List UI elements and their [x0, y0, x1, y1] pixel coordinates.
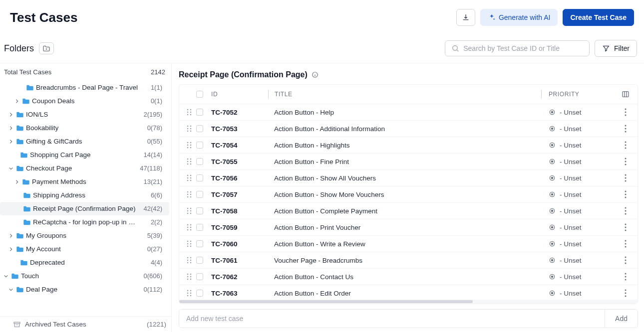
sidebar-item[interactable]: Payment Methods 13(21): [0, 175, 169, 188]
priority-cell[interactable]: - Unset: [549, 207, 617, 215]
drag-handle[interactable]: [182, 158, 196, 165]
sidebar-item[interactable]: ReCaptcha - for login pop-up in chec... …: [0, 215, 169, 229]
test-case-title[interactable]: Action Button - Highlights: [268, 142, 542, 149]
sidebar-item[interactable]: Bookability 0(78): [0, 121, 169, 135]
priority-cell[interactable]: - Unset: [549, 257, 617, 264]
column-settings-button[interactable]: [617, 90, 635, 98]
row-menu-button[interactable]: [617, 256, 635, 264]
test-case-title[interactable]: Action Button - Write a Review: [268, 240, 542, 248]
row-menu-button[interactable]: [617, 158, 635, 166]
drag-handle[interactable]: [182, 125, 196, 132]
sidebar-item[interactable]: My Account 0(27): [0, 242, 169, 256]
sidebar-item[interactable]: Shipping Address 6(6): [0, 188, 169, 202]
table-row[interactable]: TC-7057 Action Button - Show More Vouche…: [179, 186, 638, 203]
create-test-case-button[interactable]: Create Test Case: [563, 9, 634, 26]
archived-test-cases-row[interactable]: Archived Test Cases (1221): [0, 316, 171, 332]
download-button[interactable]: [456, 9, 475, 26]
sidebar-item[interactable]: Shopping Cart Page 14(14): [0, 148, 169, 162]
row-checkbox[interactable]: [196, 109, 203, 116]
sidebar-item[interactable]: Deprecated 4(4): [0, 256, 169, 269]
table-row[interactable]: TC-7063 Action Button - Edit Order - Uns…: [179, 285, 638, 300]
sidebar-item[interactable]: Gifting & GiftCards 0(55): [0, 135, 169, 148]
table-row[interactable]: TC-7062 Action Button - Contact Us - Uns…: [179, 269, 638, 285]
drag-handle[interactable]: [182, 290, 196, 297]
priority-cell[interactable]: - Unset: [549, 191, 617, 198]
search-box[interactable]: [445, 40, 590, 56]
row-checkbox[interactable]: [196, 290, 203, 297]
test-case-title[interactable]: Action Button - Fine Print: [268, 158, 542, 166]
chevron-right-icon[interactable]: [8, 112, 14, 118]
horizontal-scrollbar[interactable]: [179, 300, 638, 304]
row-menu-button[interactable]: [617, 240, 635, 248]
row-checkbox[interactable]: [196, 142, 203, 149]
table-row[interactable]: TC-7055 Action Button - Fine Print - Uns…: [179, 154, 638, 170]
row-menu-button[interactable]: [617, 141, 635, 149]
chevron-right-icon[interactable]: [14, 98, 20, 104]
sidebar-item[interactable]: Deal Page 0(112): [0, 283, 169, 296]
row-checkbox[interactable]: [196, 207, 203, 214]
sidebar-item[interactable]: ION/LS 2(195): [0, 108, 169, 121]
select-all-checkbox[interactable]: [196, 91, 203, 98]
column-title[interactable]: TITLE: [269, 91, 541, 98]
test-case-title[interactable]: Action Button - Additional Information: [268, 125, 542, 133]
sidebar-item[interactable]: Touch 0(606): [0, 269, 169, 283]
priority-cell[interactable]: - Unset: [549, 109, 617, 116]
add-test-case-input[interactable]: [179, 310, 605, 328]
table-row[interactable]: TC-7059 Action Button - Print Voucher - …: [179, 219, 638, 236]
drag-handle[interactable]: [182, 257, 196, 264]
drag-handle[interactable]: [182, 142, 196, 149]
priority-cell[interactable]: - Unset: [549, 240, 617, 248]
table-row[interactable]: TC-7058 Action Button - Complete Payment…: [179, 203, 638, 219]
row-checkbox[interactable]: [196, 273, 203, 280]
sidebar-item[interactable]: My Groupons 5(39): [0, 229, 169, 242]
row-checkbox[interactable]: [196, 125, 203, 132]
chevron-right-icon[interactable]: [8, 139, 14, 145]
sidebar-item[interactable]: Coupon Deals 0(1): [0, 94, 169, 108]
chevron-right-icon[interactable]: [8, 125, 14, 131]
sidebar-item[interactable]: Checkout Page 47(118): [0, 162, 169, 175]
row-menu-button[interactable]: [617, 174, 635, 182]
test-case-title[interactable]: Action Button - Show All Vouchers: [268, 174, 542, 182]
chevron-right-icon[interactable]: [8, 233, 14, 239]
add-button[interactable]: Add: [605, 310, 638, 328]
priority-cell[interactable]: - Unset: [549, 273, 617, 281]
drag-handle[interactable]: [182, 207, 196, 214]
row-menu-button[interactable]: [617, 108, 635, 116]
row-checkbox[interactable]: [196, 224, 203, 231]
drag-handle[interactable]: [182, 224, 196, 231]
priority-cell[interactable]: - Unset: [549, 174, 617, 182]
column-priority[interactable]: PRIORITY: [542, 91, 617, 98]
column-id[interactable]: ID: [208, 91, 268, 98]
row-menu-button[interactable]: [617, 223, 635, 231]
row-menu-button[interactable]: [617, 207, 635, 215]
row-checkbox[interactable]: [196, 240, 203, 247]
generate-ai-button[interactable]: Generate with AI: [480, 9, 558, 26]
test-case-title[interactable]: Action Button - Complete Payment: [268, 207, 542, 215]
test-case-title[interactable]: Action Button - Show More Vouchers: [268, 191, 542, 198]
table-row[interactable]: TC-7054 Action Button - Highlights - Uns…: [179, 137, 638, 154]
table-row[interactable]: TC-7061 Voucher Page - Breadcrumbs - Uns…: [179, 252, 638, 269]
sidebar-item[interactable]: Breadcrumbs - Deal Page - Travel 1(1): [0, 81, 169, 94]
row-menu-button[interactable]: [617, 273, 635, 281]
chevron-down-icon[interactable]: [8, 166, 14, 171]
folder-tree[interactable]: Breadcrumbs - Deal Page - Travel 1(1) Co…: [0, 81, 171, 316]
chevron-right-icon[interactable]: [8, 246, 14, 252]
row-checkbox[interactable]: [196, 158, 203, 165]
priority-cell[interactable]: - Unset: [549, 290, 617, 297]
drag-handle[interactable]: [182, 109, 196, 116]
search-input[interactable]: [463, 44, 583, 52]
drag-handle[interactable]: [182, 240, 196, 247]
drag-handle[interactable]: [182, 174, 196, 181]
chevron-right-icon[interactable]: [14, 179, 20, 185]
table-row[interactable]: TC-7056 Action Button - Show All Voucher…: [179, 170, 638, 186]
row-checkbox[interactable]: [196, 191, 203, 198]
table-row[interactable]: TC-7060 Action Button - Write a Review -…: [179, 236, 638, 252]
chevron-down-icon[interactable]: [3, 273, 9, 279]
table-row[interactable]: TC-7052 Action Button - Help - Unset: [179, 104, 638, 121]
test-case-title[interactable]: Action Button - Print Voucher: [268, 224, 542, 231]
chevron-down-icon[interactable]: [8, 287, 14, 293]
add-folder-button[interactable]: [39, 42, 54, 54]
priority-cell[interactable]: - Unset: [549, 158, 617, 166]
drag-handle[interactable]: [182, 191, 196, 198]
row-menu-button[interactable]: [617, 190, 635, 198]
